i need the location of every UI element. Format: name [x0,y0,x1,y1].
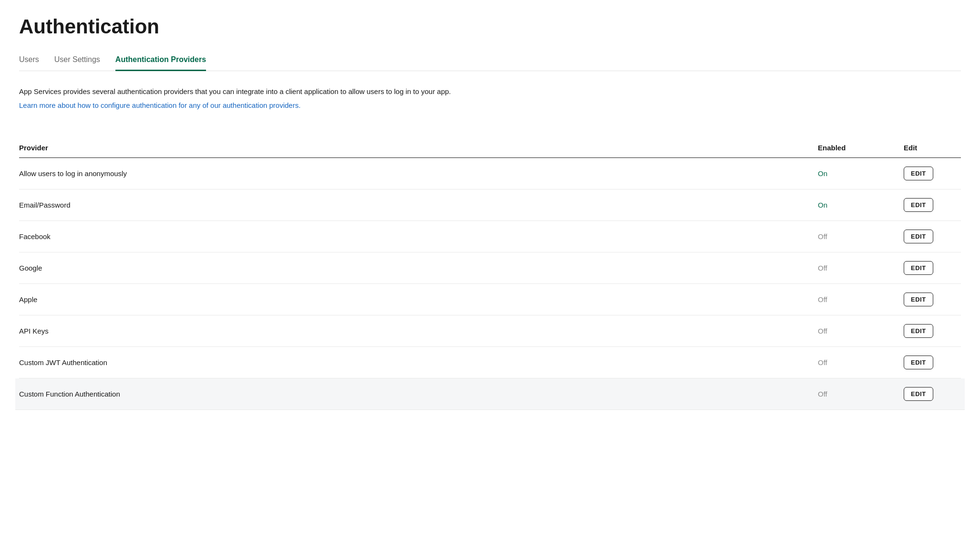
provider-name-google: Google [19,264,818,272]
status-api-keys: Off [818,327,904,335]
edit-cell-apple: EDIT [904,293,961,306]
learn-more-link[interactable]: Learn more about how to configure authen… [19,101,300,109]
provider-name-custom-function: Custom Function Authentication [19,390,818,398]
status-custom-function: Off [818,390,904,398]
edit-button-anonymous[interactable]: EDIT [904,167,933,180]
provider-name-apple: Apple [19,295,818,304]
table-row: Email/Password On EDIT [19,189,961,221]
table-body: Allow users to log in anonymously On EDI… [19,158,961,410]
edit-button-google[interactable]: EDIT [904,261,933,275]
status-email-password: On [818,201,904,209]
status-apple: Off [818,295,904,304]
edit-button-email-password[interactable]: EDIT [904,198,933,212]
edit-cell-custom-function: EDIT [904,387,961,401]
table-row: Custom JWT Authentication Off EDIT [19,347,961,378]
status-google: Off [818,264,904,272]
tab-user-settings[interactable]: User Settings [54,50,100,71]
page-title: Authentication [19,15,961,38]
edit-cell-anonymous: EDIT [904,167,961,180]
edit-button-api-keys[interactable]: EDIT [904,324,933,338]
edit-button-facebook[interactable]: EDIT [904,230,933,243]
provider-name-api-keys: API Keys [19,327,818,335]
provider-name-facebook: Facebook [19,232,818,241]
tab-auth-providers[interactable]: Authentication Providers [115,50,206,71]
edit-button-apple[interactable]: EDIT [904,293,933,306]
tab-users[interactable]: Users [19,50,39,71]
table-row: Allow users to log in anonymously On EDI… [19,158,961,189]
table-row: Apple Off EDIT [19,284,961,315]
table-row: Facebook Off EDIT [19,221,961,252]
edit-button-custom-jwt[interactable]: EDIT [904,356,933,369]
table-header: Provider Enabled Edit [19,138,961,158]
table-row: Custom Function Authentication Off EDIT [15,378,965,410]
provider-name-custom-jwt: Custom JWT Authentication [19,358,818,367]
status-anonymous: On [818,169,904,178]
header-edit: Edit [904,144,961,152]
status-custom-jwt: Off [818,358,904,367]
edit-button-custom-function[interactable]: EDIT [904,387,933,401]
providers-table: Provider Enabled Edit Allow users to log… [19,138,961,410]
provider-name-anonymous: Allow users to log in anonymously [19,169,818,178]
header-provider: Provider [19,144,818,152]
description-text: App Services provides several authentica… [19,86,961,97]
table-row: Google Off EDIT [19,252,961,284]
edit-cell-facebook: EDIT [904,230,961,243]
tabs-nav: Users User Settings Authentication Provi… [19,50,961,71]
status-facebook: Off [818,232,904,241]
table-row: API Keys Off EDIT [19,315,961,347]
edit-cell-custom-jwt: EDIT [904,356,961,369]
edit-cell-api-keys: EDIT [904,324,961,338]
edit-cell-email-password: EDIT [904,198,961,212]
provider-name-email-password: Email/Password [19,201,818,209]
header-enabled: Enabled [818,144,904,152]
edit-cell-google: EDIT [904,261,961,275]
